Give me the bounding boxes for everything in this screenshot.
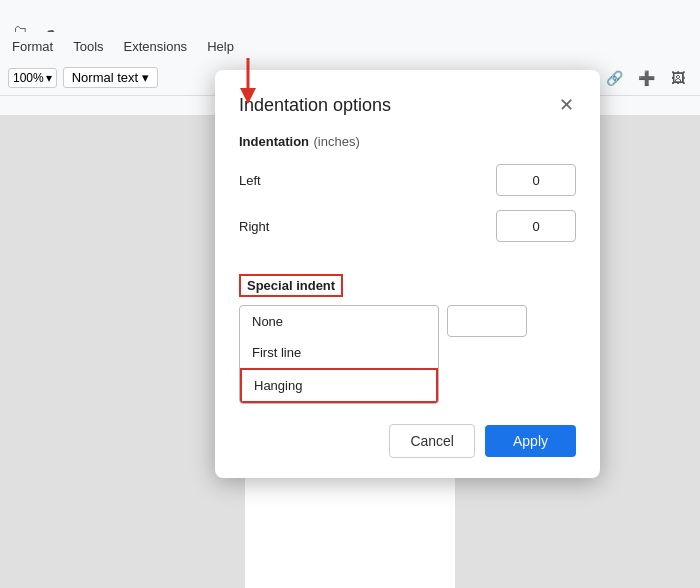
indentation-sublabel: (inches) bbox=[314, 134, 360, 149]
right-input[interactable] bbox=[496, 210, 576, 242]
image-icon[interactable]: 🖼 bbox=[664, 64, 692, 92]
cancel-button[interactable]: Cancel bbox=[389, 424, 475, 458]
special-indent-row: None First line Hanging bbox=[239, 305, 576, 404]
zoom-value: 100% bbox=[13, 71, 44, 85]
right-label: Right bbox=[239, 219, 269, 234]
left-input[interactable] bbox=[496, 164, 576, 196]
style-value: Normal text bbox=[72, 70, 138, 85]
add-comment-icon[interactable]: ➕ bbox=[632, 64, 660, 92]
indentation-label: Indentation bbox=[239, 134, 309, 149]
option-hanging[interactable]: Hanging bbox=[240, 368, 438, 403]
style-dropdown-icon: ▾ bbox=[142, 70, 149, 85]
special-indent-section: Special indent bbox=[239, 258, 576, 301]
apply-button[interactable]: Apply bbox=[485, 425, 576, 457]
left-indent-row: Left bbox=[239, 164, 576, 196]
close-button[interactable]: ✕ bbox=[557, 94, 576, 116]
indentation-dialog: Indentation options ✕ Indentation (inche… bbox=[215, 70, 600, 478]
option-none[interactable]: None bbox=[240, 306, 438, 337]
menu-extensions[interactable]: Extensions bbox=[116, 37, 196, 56]
menubar: Format Tools Extensions Help bbox=[0, 32, 700, 60]
special-indent-label: Special indent bbox=[239, 274, 343, 297]
zoom-selector[interactable]: 100% ▾ bbox=[8, 68, 57, 88]
right-toolbar: 🔗 ➕ 🖼 bbox=[600, 60, 700, 96]
dialog-title: Indentation options bbox=[239, 95, 391, 116]
right-indent-row: Right bbox=[239, 210, 576, 242]
special-indent-dropdown[interactable]: None First line Hanging bbox=[239, 305, 439, 404]
link-icon[interactable]: 🔗 bbox=[600, 64, 628, 92]
menu-help[interactable]: Help bbox=[199, 37, 242, 56]
style-selector[interactable]: Normal text ▾ bbox=[63, 67, 158, 88]
special-indent-value-input[interactable] bbox=[447, 305, 527, 337]
option-first-line[interactable]: First line bbox=[240, 337, 438, 368]
menu-tools[interactable]: Tools bbox=[65, 37, 111, 56]
left-label: Left bbox=[239, 173, 261, 188]
dropdown-open-list: None First line Hanging bbox=[239, 305, 439, 404]
dialog-header: Indentation options ✕ bbox=[239, 94, 576, 116]
menu-format[interactable]: Format bbox=[4, 37, 61, 56]
indentation-section-header: Indentation (inches) bbox=[239, 132, 576, 150]
zoom-dropdown-icon: ▾ bbox=[46, 71, 52, 85]
dialog-footer: Cancel Apply bbox=[239, 424, 576, 458]
